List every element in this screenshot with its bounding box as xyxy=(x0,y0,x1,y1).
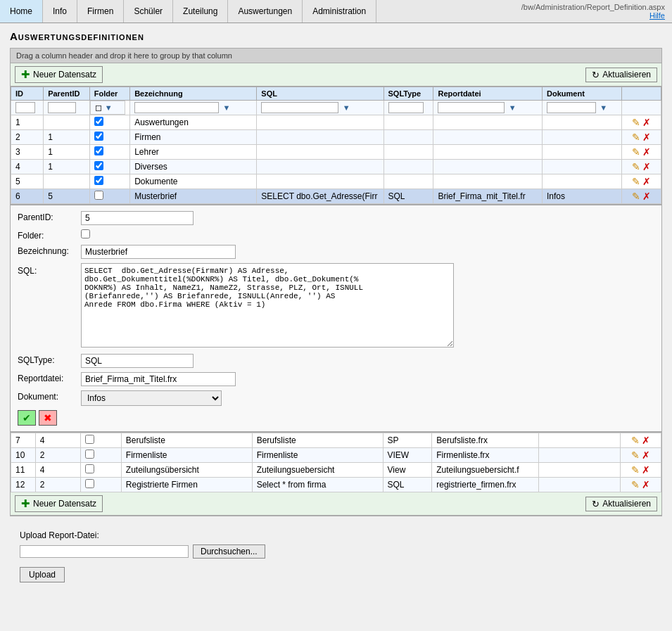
cell-folder xyxy=(80,433,121,448)
cell-folder xyxy=(80,463,121,478)
browse-button[interactable]: Durchsuchen... xyxy=(193,544,265,559)
sqltype-input[interactable] xyxy=(81,354,194,368)
cell-reportdatei xyxy=(433,130,543,145)
edit-icon[interactable]: ✎ xyxy=(632,161,640,172)
edit-icon[interactable]: ✎ xyxy=(632,132,640,143)
folder-checkbox[interactable] xyxy=(94,132,103,141)
folder-funnel-icon[interactable]: ▼ xyxy=(105,103,113,112)
folder-checkbox-form[interactable] xyxy=(81,229,90,238)
save-button[interactable]: ✔ xyxy=(18,410,36,426)
reportdatei-input[interactable] xyxy=(81,372,236,386)
delete-icon[interactable]: ✗ xyxy=(642,117,651,128)
table-row-selected: 6 5 Musterbrief SELECT dbo.Get_Adresse(F… xyxy=(11,189,661,204)
folder-checkbox[interactable] xyxy=(85,464,94,473)
filter-dokument-input[interactable] xyxy=(547,102,596,113)
folder-checkbox[interactable] xyxy=(94,146,103,155)
cell-actions: ✎ ✗ xyxy=(620,448,661,463)
nav-auswertungen[interactable]: Auswertungen xyxy=(228,0,303,23)
dokument-funnel-icon[interactable]: ▼ xyxy=(600,103,607,112)
parentid-input[interactable] xyxy=(81,211,194,225)
nav-info[interactable]: Info xyxy=(43,0,77,23)
dokument-select[interactable]: Infos Option2 Option3 xyxy=(81,390,222,406)
edit-icon[interactable]: ✎ xyxy=(632,117,640,128)
edit-icon[interactable]: ✎ xyxy=(631,450,640,461)
cell-bezeichnung: Berufsliste xyxy=(121,433,252,448)
folder-checkbox[interactable] xyxy=(94,117,103,126)
reportdatei-label: Reportdatei: xyxy=(18,372,81,383)
cell-sql: Zuteilungsuebersicht xyxy=(252,463,383,478)
cell-reportdatei: Zuteilungsuebersicht.f xyxy=(432,463,538,478)
folder-checkbox[interactable] xyxy=(85,435,94,444)
cell-dokument xyxy=(538,433,620,448)
cell-id: 12 xyxy=(11,478,36,492)
filter-bezeichnung-input[interactable] xyxy=(134,102,219,113)
delete-icon[interactable]: ✗ xyxy=(642,132,651,143)
plus-icon-bottom: ✚ xyxy=(21,497,30,510)
filter-id-cell xyxy=(11,101,44,115)
table-wrapper: ID ParentID Folder Bezeichnung SQL SQLTy… xyxy=(11,87,661,204)
nav-zuteilung[interactable]: Zuteilung xyxy=(173,0,228,23)
cell-sqltype: SQL xyxy=(383,478,432,492)
delete-icon[interactable]: ✗ xyxy=(642,435,650,446)
edit-icon[interactable]: ✎ xyxy=(632,176,640,187)
filter-parentid-input[interactable] xyxy=(48,102,76,113)
breadcrumb: /bw/Administration/Report_Definition.asp… xyxy=(521,3,665,11)
nav-home[interactable]: Home xyxy=(0,0,43,23)
nav-schueler[interactable]: Schüler xyxy=(124,0,173,23)
delete-icon[interactable]: ✗ xyxy=(642,450,650,461)
delete-icon[interactable]: ✗ xyxy=(642,146,651,158)
delete-icon[interactable]: ✗ xyxy=(642,191,651,202)
reportdatei-control xyxy=(81,372,654,386)
cell-bezeichnung: Lehrer xyxy=(130,145,257,160)
cancel-button[interactable]: ✖ xyxy=(39,410,57,426)
cell-dokument xyxy=(543,115,622,130)
folder-checkbox[interactable] xyxy=(85,450,94,459)
sqltype-label: SQLType: xyxy=(18,354,81,365)
cell-id: 3 xyxy=(11,145,44,160)
edit-icon[interactable]: ✎ xyxy=(631,435,640,446)
toolbar-bottom: ✚ Neuer Datensatz ↻ Aktualisieren xyxy=(11,492,661,516)
col-header-sqltype: SQLType xyxy=(383,87,433,101)
bezeichnung-input[interactable] xyxy=(81,245,236,259)
help-link[interactable]: Hilfe xyxy=(649,11,665,20)
edit-icon[interactable]: ✎ xyxy=(632,146,640,158)
new-record-button-bottom[interactable]: ✚ Neuer Datensatz xyxy=(15,495,103,512)
upload-file-input[interactable] xyxy=(20,545,189,558)
folder-checkbox[interactable] xyxy=(94,176,103,185)
filter-reportdatei-input[interactable] xyxy=(438,102,505,113)
filter-sql-input[interactable] xyxy=(261,102,338,113)
refresh-button-top[interactable]: ↻ Aktualisieren xyxy=(585,68,657,82)
drag-hint: Drag a column header and drop it here to… xyxy=(11,49,661,63)
edit-icon[interactable]: ✎ xyxy=(632,191,640,202)
new-record-label: Neuer Datensatz xyxy=(33,70,96,79)
col-header-id: ID xyxy=(11,87,44,101)
data-table: ID ParentID Folder Bezeichnung SQL SQLTy… xyxy=(11,87,661,204)
sql-funnel-icon[interactable]: ▼ xyxy=(343,103,350,112)
folder-checkbox[interactable] xyxy=(94,191,103,200)
upload-button[interactable]: Upload xyxy=(20,567,65,582)
bezeichnung-funnel-icon[interactable]: ▼ xyxy=(223,103,231,112)
delete-icon[interactable]: ✗ xyxy=(642,161,651,172)
new-record-button-top[interactable]: ✚ Neuer Datensatz xyxy=(15,66,103,83)
nav-administration[interactable]: Administration xyxy=(303,0,376,23)
cell-bezeichnung: Firmenliste xyxy=(121,448,252,463)
sql-control: SELECT dbo.Get_Adresse(FirmaNr) AS Adres… xyxy=(81,263,654,350)
delete-icon[interactable]: ✗ xyxy=(642,176,651,187)
filter-id-input[interactable] xyxy=(15,102,35,113)
cell-bezeichnung: Musterbrief xyxy=(130,189,257,204)
nav-firmen[interactable]: Firmen xyxy=(77,0,124,23)
cell-actions: ✎ ✗ xyxy=(620,478,661,492)
cell-bezeichnung: Registrierte Firmen xyxy=(121,478,252,492)
folder-checkbox[interactable] xyxy=(94,161,103,170)
reportdatei-funnel-icon[interactable]: ▼ xyxy=(509,103,516,112)
delete-icon[interactable]: ✗ xyxy=(642,464,650,476)
edit-icon[interactable]: ✎ xyxy=(631,479,640,490)
sql-textarea[interactable]: SELECT dbo.Get_Adresse(FirmaNr) AS Adres… xyxy=(81,263,454,348)
delete-icon[interactable]: ✗ xyxy=(642,479,650,490)
table-row: 7 4 Berufsliste Berufsliste SP Berufslis… xyxy=(11,433,661,448)
filter-sqltype-input[interactable] xyxy=(388,102,424,113)
refresh-button-bottom[interactable]: ↻ Aktualisieren xyxy=(585,497,657,511)
edit-icon[interactable]: ✎ xyxy=(631,464,640,476)
folder-checkbox[interactable] xyxy=(85,479,94,488)
table-row: 3 1 Lehrer ✎ ✗ xyxy=(11,145,661,160)
